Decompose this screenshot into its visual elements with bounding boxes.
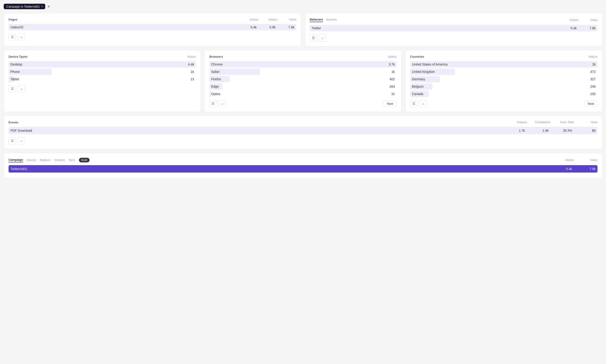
browser-opera-visitors: 31 [383, 92, 395, 96]
tab-sources[interactable]: Sources [326, 18, 337, 22]
referrers-row-values: 5.4k 7.8k [565, 26, 596, 30]
browser-edge-visitors: 264 [383, 85, 395, 88]
countries-col-headers: Visitors [586, 55, 597, 58]
pages-referrers-row: Pages Entries Visitors Views /video/02 5… [4, 13, 602, 46]
countries-col-visitors: Visitors [586, 55, 597, 58]
country-uk-visitors: 472 [584, 70, 596, 74]
device-row-values-phone: 1k [183, 70, 194, 74]
browser-row-values-safari: 1k [383, 70, 395, 74]
referrers-card: Referrers Sources Visitors Views Twitter… [305, 13, 602, 46]
pages-row-label: /video/02 [10, 25, 24, 29]
table-row: PDF Download 1.7k 1.9k 35.3% $0 [9, 127, 597, 134]
browser-safari-visitors: 1k [383, 70, 395, 74]
device-types-col-headers: Visitors [184, 55, 196, 58]
pages-list-button[interactable]: ☰ [9, 33, 16, 41]
device-types-title: Device Types [9, 55, 27, 58]
countries-footer: ☰ ⌕ Next [410, 100, 597, 107]
table-row: Opera 31 [209, 91, 397, 97]
country-row-belgium: Belgium [412, 85, 424, 88]
filter-clear-button[interactable]: ✕ [47, 4, 50, 9]
referrers-row-views: 7.8k [584, 26, 596, 30]
table-row: Chrome 3.7k [209, 61, 397, 68]
filter-tag[interactable]: Campaign is TwitterAd01 × [4, 4, 45, 9]
referrers-row-visitors: 5.4k [565, 26, 577, 30]
events-col-completions: Completions [534, 121, 550, 124]
table-row: Phone 1k [9, 68, 196, 75]
referrers-footer-left: ☰ ⌕ [310, 34, 326, 41]
referrers-col-visitors: Visitors [567, 18, 579, 22]
device-tablet-visitors: 13 [183, 77, 194, 81]
tab-medium[interactable]: Medium [40, 158, 51, 162]
campaign-col-headers: Visitors Views [558, 158, 597, 162]
events-footer: ☰ ⌕ [9, 137, 597, 144]
table-row: Canada 192 [410, 91, 597, 97]
referrers-col-headers: Visitors Views [567, 18, 597, 22]
country-usa-visitors: 2k [584, 63, 596, 66]
pages-card-header: Pages Entries Visitors Views [9, 18, 296, 21]
table-row: TwitterAd01 5.4k 7.8k [9, 165, 597, 172]
device-types-header: Device Types Visitors [9, 55, 196, 58]
tab-campaign[interactable]: Campaign [9, 158, 23, 162]
device-search-button[interactable]: ⌕ [18, 85, 25, 92]
countries-card: Countries Visitors United States of Amer… [405, 50, 602, 112]
browser-row-firefox: Firefox [211, 77, 221, 81]
referrers-tabs: Referrers Sources [310, 18, 337, 22]
pages-footer-left: ☰ ⌕ [9, 33, 25, 41]
browsers-search-button[interactable]: ⌕ [219, 100, 226, 107]
device-list-button[interactable]: ☰ [9, 85, 16, 92]
events-search-button[interactable]: ⌕ [18, 137, 25, 144]
pages-col-visitors: Visitors [266, 18, 277, 21]
browsers-list-button[interactable]: ☰ [209, 100, 217, 107]
browser-row-values-firefox: 402 [383, 77, 395, 81]
device-footer-left: ☰ ⌕ [9, 85, 25, 92]
table-row: /video/02 5.4k 5.9k 7.8k [9, 24, 296, 30]
device-types-col-visitors: Visitors [184, 55, 196, 58]
referrers-card-header: Referrers Sources Visitors Views [310, 18, 597, 22]
countries-search-button[interactable]: ⌕ [419, 100, 427, 107]
country-row-values-canada: 192 [584, 92, 596, 96]
country-belgium-visitors: 246 [584, 85, 596, 88]
events-row-values: 1.7k 1.9k 35.3% $0 [509, 129, 596, 132]
filter-tag-close[interactable]: × [41, 5, 43, 8]
events-header: Events Uniques Completions Conv. Rate Va… [9, 121, 597, 124]
pages-search-button[interactable]: ⌕ [18, 33, 25, 41]
device-row-desktop: Desktop [10, 63, 22, 66]
pages-row-visitors: 5.9k [264, 25, 276, 29]
campaign-tabs: Campaign Source Medium Content Term Buil… [9, 158, 597, 162]
events-uniques: 1.7k [509, 129, 525, 132]
countries-rows: United States of America 2k United Kingd… [410, 61, 597, 97]
countries-list-button[interactable]: ☰ [410, 100, 418, 107]
campaign-row-values: 5.4k 7.8k [556, 167, 596, 171]
browsers-next-button[interactable]: Next [383, 101, 397, 107]
campaign-visitors: 5.4k [556, 167, 572, 171]
referrers-list-button[interactable]: ☰ [310, 34, 317, 41]
tab-term[interactable]: Term [68, 158, 75, 162]
pages-rows: /video/02 5.4k 5.9k 7.8k [9, 24, 296, 30]
tab-build[interactable]: Build [79, 158, 90, 162]
country-row-uk: United Kingdom [412, 70, 435, 74]
campaign-col-views: Views [581, 158, 597, 162]
campaign-card: Campaign Source Medium Content Term Buil… [4, 153, 602, 178]
device-desktop-visitors: 4.4k [183, 63, 194, 66]
campaign-views: 7.8k [580, 167, 596, 171]
tab-content[interactable]: Content [54, 158, 65, 162]
referrers-search-button[interactable]: ⌕ [319, 34, 326, 41]
table-row: Desktop 4.4k [9, 61, 196, 68]
browsers-col-headers: Visitors [385, 55, 397, 58]
campaign-row-label: TwitterAd01 [10, 167, 27, 171]
referrers-rows: Twitter 5.4k 7.8k [310, 25, 597, 31]
tab-source[interactable]: Source [27, 158, 36, 162]
country-row-values-uk: 472 [584, 70, 596, 74]
browsers-rows: Chrome 3.7k Safari 1k Firefox 402 [209, 61, 397, 97]
table-row: Edge 264 [209, 83, 397, 90]
browser-row-values-edge: 264 [383, 85, 395, 88]
campaign-tab-group: Campaign Source Medium Content Term Buil… [9, 158, 90, 162]
countries-next-button[interactable]: Next [584, 101, 597, 107]
pages-title: Pages [9, 18, 17, 21]
country-row-values-germany: 327 [584, 77, 596, 81]
referrers-row-label: Twitter [312, 26, 321, 30]
table-row: United Kingdom 472 [410, 68, 597, 75]
tab-referrers[interactable]: Referrers [310, 18, 323, 22]
country-row-germany: Germany [412, 77, 425, 81]
events-list-button[interactable]: ☰ [9, 137, 16, 144]
